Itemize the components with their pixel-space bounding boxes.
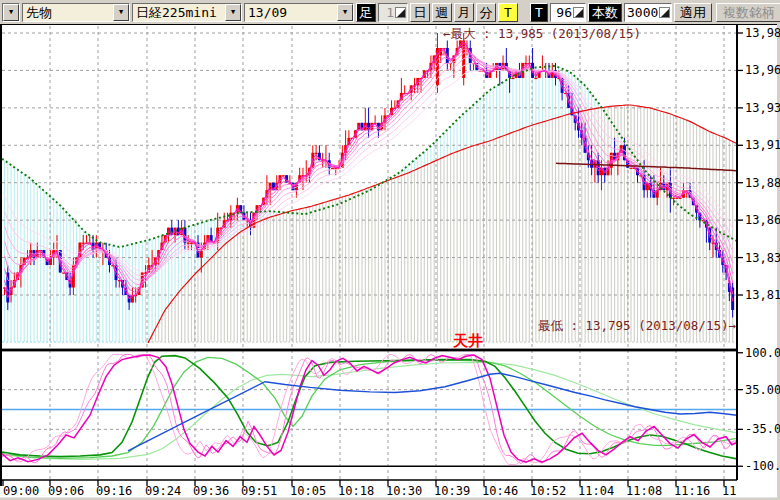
axis-label: 13,835 bbox=[745, 251, 780, 265]
low-annotation: 最低 : 13,795 (2013/08/15)→ bbox=[538, 318, 737, 333]
time-label: 10:52 bbox=[530, 484, 566, 498]
axis-label: -100.0 bbox=[745, 459, 780, 473]
day-button[interactable]: 日 bbox=[410, 3, 430, 22]
preset-combo[interactable]: ▼ bbox=[2, 3, 20, 22]
ceiling-annotation: 天井 bbox=[452, 332, 483, 350]
category-select[interactable]: 先物 ▼ bbox=[22, 3, 130, 22]
axis-label: 13,960 bbox=[745, 63, 780, 77]
contract-month-value: 13/09 bbox=[245, 4, 337, 21]
bar-count-value: 3000 bbox=[627, 5, 659, 20]
time-label: 09:51 bbox=[241, 484, 277, 498]
spinner-icon[interactable] bbox=[659, 7, 670, 18]
contract-month-select[interactable]: 13/09 ▼ bbox=[244, 3, 354, 22]
axis-label: 13,935 bbox=[745, 101, 780, 115]
spinner-icon[interactable] bbox=[395, 7, 406, 18]
axis-label: 100.00 bbox=[745, 346, 780, 360]
bar-count-spinner[interactable]: 3000 bbox=[624, 3, 672, 22]
time-label: 10:30 bbox=[386, 484, 422, 498]
toolbar: ▼ 先物 ▼ 日経225mini ▼ 13/09 ▼ 足 1 日 週 月 分 T… bbox=[0, 0, 780, 24]
tick-button-active[interactable]: T bbox=[498, 3, 518, 22]
instrument-select[interactable]: 日経225mini ▼ bbox=[132, 3, 242, 22]
axis-label: 35.00 bbox=[745, 383, 780, 397]
time-label: 09:06 bbox=[48, 484, 84, 498]
axis-label: 13,985 bbox=[745, 26, 780, 40]
time-label: 11:04 bbox=[578, 484, 614, 498]
chart-window: ▼ 先物 ▼ 日経225mini ▼ 13/09 ▼ 足 1 日 週 月 分 T… bbox=[0, 0, 780, 500]
time-label: 11:16 bbox=[674, 484, 710, 498]
time-label: 11 bbox=[722, 484, 736, 498]
high-annotation: ←最大 : 13,985 (2013/08/15) bbox=[443, 26, 641, 41]
category-value: 先物 bbox=[23, 4, 113, 21]
axis-label: 13,910 bbox=[745, 138, 780, 152]
price-chart-svg: 13,98513,96013,93513,91013,88513,86013,8… bbox=[0, 24, 780, 500]
time-label: 10:46 bbox=[482, 484, 518, 498]
time-label: 10:05 bbox=[290, 484, 326, 498]
tick-size-label: T bbox=[530, 3, 548, 22]
bar-type-label: 足 bbox=[356, 3, 376, 22]
multi-symbol-button[interactable]: 複数銘柄 bbox=[716, 3, 780, 22]
chevron-down-icon[interactable]: ▼ bbox=[113, 4, 129, 21]
chart-plot[interactable]: 13,98513,96013,93513,91013,88513,86013,8… bbox=[0, 24, 780, 500]
tick-size-value: 96 bbox=[553, 5, 573, 20]
apply-button[interactable]: 適用 bbox=[674, 3, 712, 22]
month-button[interactable]: 月 bbox=[454, 3, 474, 22]
time-label: 09:00 bbox=[3, 484, 39, 498]
bar-count-label: 本数 bbox=[588, 3, 622, 22]
time-label: 09:36 bbox=[193, 484, 229, 498]
chevron-down-icon[interactable]: ▼ bbox=[225, 4, 241, 21]
time-label: 10:18 bbox=[338, 484, 374, 498]
time-label: 10:39 bbox=[434, 484, 470, 498]
time-label: 09:16 bbox=[96, 484, 132, 498]
chevron-down-icon[interactable]: ▼ bbox=[3, 4, 19, 21]
time-label: 11:08 bbox=[626, 484, 662, 498]
axis-label: 13,885 bbox=[745, 176, 780, 190]
spinner-icon[interactable] bbox=[573, 7, 584, 18]
minute-button[interactable]: 分 bbox=[476, 3, 496, 22]
time-label: 09:24 bbox=[145, 484, 181, 498]
axis-label: 13,860 bbox=[745, 213, 780, 227]
chevron-down-icon[interactable]: ▼ bbox=[337, 4, 353, 21]
bar-interval-spinner[interactable]: 1 bbox=[378, 3, 408, 22]
tick-size-spinner[interactable]: 96 bbox=[550, 3, 586, 22]
week-button[interactable]: 週 bbox=[432, 3, 452, 22]
axis-label: 13,810 bbox=[745, 288, 780, 302]
axis-label: -35.00 bbox=[745, 422, 780, 436]
bar-interval-value: 1 bbox=[381, 5, 395, 20]
instrument-value: 日経225mini bbox=[133, 4, 225, 21]
